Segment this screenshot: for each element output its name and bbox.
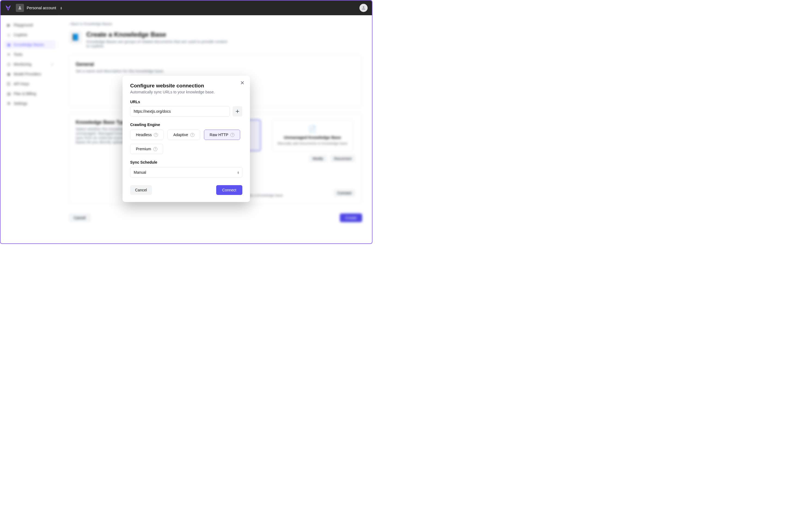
account-switcher[interactable]: Personal account ▴▾	[16, 4, 62, 12]
cancel-button[interactable]: Cancel	[130, 185, 152, 195]
account-avatar-icon	[16, 4, 24, 12]
help-icon[interactable]: ?	[230, 133, 234, 137]
account-label: Personal account	[27, 6, 56, 10]
configure-website-modal: Configure website connection Automatical…	[122, 76, 250, 202]
engine-option-headless[interactable]: Headless ?	[130, 130, 164, 140]
engine-option-premium[interactable]: Premium ?	[130, 144, 163, 154]
engine-option-raw-http[interactable]: Raw HTTP ?	[204, 130, 240, 140]
modal-title: Configure website connection	[130, 83, 242, 89]
user-avatar[interactable]	[360, 4, 367, 12]
svg-point-1	[363, 6, 364, 8]
back-link[interactable]: ‹ Back to Knowledge Bases	[69, 22, 362, 26]
close-button[interactable]	[240, 80, 245, 86]
svg-point-0	[19, 6, 20, 8]
connect-button[interactable]: Connect	[216, 185, 242, 195]
engine-label-text: Premium	[136, 147, 151, 151]
sidebar-item-playground[interactable]: ▶Playground	[4, 21, 56, 29]
add-url-button[interactable]	[233, 106, 242, 117]
chevron-updown-icon: ▴▾	[60, 6, 62, 10]
engine-label-text: Raw HTTP	[210, 133, 228, 137]
sidebar-item-label: Playground	[14, 23, 33, 27]
play-icon: ▶	[6, 23, 11, 27]
modal-overlay: Configure website connection Automatical…	[1, 30, 372, 243]
url-input[interactable]	[130, 106, 230, 117]
engine-label-text: Headless	[136, 133, 152, 137]
engine-option-adaptive[interactable]: Adaptive ?	[168, 130, 200, 140]
urls-label: URLs	[130, 100, 242, 104]
sync-schedule-label: Sync Schedule	[130, 160, 242, 164]
modal-subtitle: Automatically sync URLs to your knowledg…	[130, 90, 242, 94]
help-icon[interactable]: ?	[153, 147, 157, 151]
top-bar: Personal account ▴▾	[1, 1, 372, 15]
crawling-engine-label: Crawling Engine	[130, 122, 242, 127]
app-logo-icon	[5, 5, 12, 11]
help-icon[interactable]: ?	[190, 133, 194, 137]
engine-label-text: Adaptive	[173, 133, 188, 137]
help-icon[interactable]: ?	[154, 133, 158, 137]
sync-schedule-select[interactable]: Manual	[130, 167, 242, 178]
